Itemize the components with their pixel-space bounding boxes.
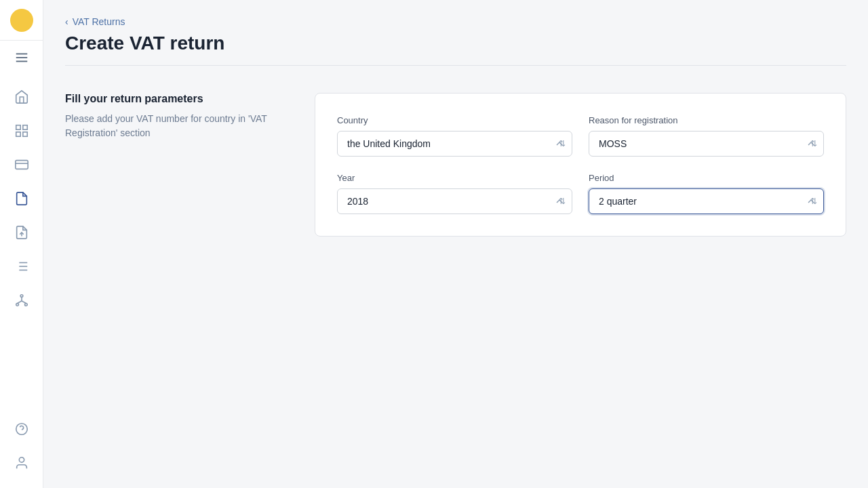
page-title: Create VAT return [65,33,846,66]
home-icon [14,89,29,104]
year-select-wrapper: 2016 2017 2018 2019 [337,188,572,214]
period-select-wrapper: 1 quarter 2 quarter 3 quarter 4 quarter [589,188,824,214]
upload-icon [14,225,29,240]
form-group-period: Period 1 quarter 2 quarter 3 quarter 4 q… [589,173,824,214]
svg-point-18 [24,304,27,306]
sidebar-item-document[interactable] [0,182,43,216]
logo-circle [10,9,33,32]
list-icon [14,259,29,274]
sidebar-item-list[interactable] [0,249,43,283]
breadcrumb[interactable]: ‹ VAT Returns [65,0,846,33]
form-row-2: Year 2016 2017 2018 2019 Period [337,173,824,214]
reason-select-wrapper: MOSS Standard Threshold [589,131,824,157]
reason-label: Reason for registration [589,115,824,125]
country-label: Country [337,115,572,125]
sidebar-item-hierarchy[interactable] [0,283,43,317]
left-panel: Fill your return parameters Please add y… [65,93,282,237]
card-icon [14,157,29,172]
sidebar-item-user[interactable] [0,446,43,480]
hamburger-icon [14,50,29,65]
user-icon [14,455,29,470]
grid-icon [14,123,29,138]
sidebar-item-grid[interactable] [0,114,43,148]
country-select-wrapper: the United Kingdom Germany France Italy [337,131,572,157]
left-panel-description: Please add your VAT number for country i… [65,112,282,140]
svg-line-20 [17,301,21,304]
period-label: Period [589,173,824,183]
breadcrumb-label: VAT Returns [73,16,125,27]
content-area: Fill your return parameters Please add y… [65,93,846,237]
svg-point-24 [19,458,24,462]
svg-point-22 [16,424,27,435]
sidebar-item-upload[interactable] [0,216,43,249]
svg-point-17 [16,304,18,306]
svg-rect-6 [22,132,26,136]
period-select[interactable]: 1 quarter 2 quarter 3 quarter 4 quarter [589,188,824,214]
sidebar-item-home[interactable] [0,80,43,114]
sidebar-bottom [0,412,43,488]
svg-line-21 [22,301,26,304]
sidebar-item-card[interactable] [0,148,43,182]
form-group-reason: Reason for registration MOSS Standard Th… [589,115,824,157]
year-select[interactable]: 2016 2017 2018 2019 [337,188,572,214]
sidebar-item-help[interactable] [0,412,43,446]
svg-rect-7 [15,161,27,169]
menu-button[interactable] [0,41,43,75]
svg-point-16 [20,295,23,298]
svg-rect-3 [16,125,20,129]
reason-select[interactable]: MOSS Standard Threshold [589,131,824,157]
left-panel-title: Fill your return parameters [65,93,282,105]
logo [0,0,43,41]
form-card: Country the United Kingdom Germany Franc… [315,93,846,237]
form-group-year: Year 2016 2017 2018 2019 [337,173,572,214]
form-row-1: Country the United Kingdom Germany Franc… [337,115,824,157]
country-select[interactable]: the United Kingdom Germany France Italy [337,131,572,157]
help-icon [14,422,29,436]
year-label: Year [337,173,572,183]
sidebar [0,0,43,488]
sidebar-nav [0,75,43,412]
document-icon [14,191,29,206]
svg-rect-5 [16,132,20,136]
form-group-country: Country the United Kingdom Germany Franc… [337,115,572,157]
svg-rect-4 [22,125,26,129]
hierarchy-icon [14,293,29,308]
breadcrumb-arrow: ‹ [65,16,68,27]
main-content: ‹ VAT Returns Create VAT return Fill you… [43,0,868,488]
